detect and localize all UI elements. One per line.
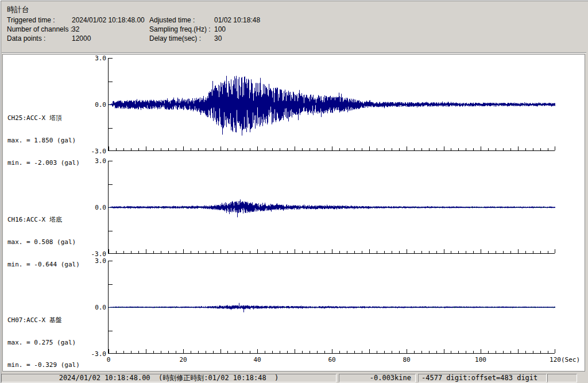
x-axis-unit-label: (Sec) bbox=[561, 356, 580, 363]
x-axis-label: 0 bbox=[99, 356, 118, 363]
data-points-label: Data points : bbox=[7, 34, 72, 43]
triggered-time-label: Triggered time : bbox=[7, 16, 72, 25]
sampling-freq-value: 100 bbox=[214, 25, 260, 34]
channel-info-ch16: CH16:ACC-X 塔底 max. = 0.508 (gal) min. = … bbox=[7, 201, 105, 283]
waveform-panel: CH25:ACC-X 塔頂 max. = 1.850 (gal) min. = … bbox=[2, 54, 585, 372]
status-bar: 2024/01/02 10:18:48.00 (時刻修正時刻:01/02 10:… bbox=[1, 373, 587, 383]
channel-min-value: min. = -0.329 (gal) bbox=[7, 361, 105, 369]
y-axis-label: 3.0 bbox=[87, 257, 106, 265]
y-axis-label: 3.0 bbox=[87, 55, 106, 62]
x-axis-label: 100 bbox=[471, 356, 490, 363]
header-panel: 時計台 Triggered time : 2024/01/02 10:18:48… bbox=[2, 2, 585, 52]
waveform-chart-ch25: 3.00.0-3.0 bbox=[108, 58, 555, 151]
adjusted-time-label: Adjusted time : bbox=[149, 16, 214, 25]
waveform-chart-ch16: 3.00.0-3.0 bbox=[108, 161, 555, 254]
waveform-chart-ch07: 3.00.0-3.0020406080100120(Sec) bbox=[108, 261, 555, 354]
delay-time-value: 30 bbox=[214, 34, 260, 43]
status-digit-offset: -4577 digit:offset=483 digit bbox=[418, 374, 547, 382]
channel-label: CH25:ACC-X 塔頂 bbox=[7, 114, 105, 122]
y-axis-label: 0.0 bbox=[87, 304, 106, 311]
waveform-canvas bbox=[109, 58, 555, 151]
waveform-canvas bbox=[109, 161, 555, 254]
channel-label: CH16:ACC-X 塔底 bbox=[7, 216, 105, 223]
status-spare bbox=[547, 374, 577, 382]
channel-label: CH07:ACC-X 基盤 bbox=[7, 316, 105, 324]
y-axis-label: -3.0 bbox=[87, 148, 106, 155]
sampling-freq-label: Sampling freq.(Hz) : bbox=[149, 25, 214, 34]
x-axis-label: 20 bbox=[173, 356, 193, 363]
channel-info-ch07: CH07:ACC-X 基盤 max. = 0.275 (gal) min. = … bbox=[7, 301, 105, 383]
channel-max-value: max. = 0.508 (gal) bbox=[7, 238, 105, 246]
delay-time-label: Delay time(sec) : bbox=[149, 34, 214, 43]
x-axis-label: 80 bbox=[397, 356, 416, 363]
page-title: 時計台 bbox=[7, 5, 29, 15]
channel-max-value: max. = 0.275 (gal) bbox=[7, 339, 105, 346]
header-info-grid: Triggered time : 2024/01/02 10:18:48.00 … bbox=[7, 16, 260, 43]
channel-max-value: max. = 1.850 (gal) bbox=[7, 137, 105, 144]
num-channels-label: Number of channels : bbox=[7, 25, 72, 34]
channel-info-ch25: CH25:ACC-X 塔頂 max. = 1.850 (gal) min. = … bbox=[7, 99, 105, 181]
waveform-canvas bbox=[109, 261, 555, 354]
header-divider bbox=[2, 52, 586, 53]
status-kine: -0.003kine bbox=[339, 374, 416, 382]
status-time: 2024/01/02 10:18:48.00 (時刻修正時刻:01/02 10:… bbox=[1, 374, 336, 382]
x-axis-label: 40 bbox=[247, 356, 267, 363]
adjusted-time-value: 01/02 10:18:48 bbox=[214, 16, 260, 25]
y-axis-label: 0.0 bbox=[87, 101, 106, 109]
x-axis-label: 60 bbox=[322, 356, 342, 363]
triggered-time-value: 2024/01/02 10:18:48.00 bbox=[72, 16, 149, 25]
num-channels-value: 32 bbox=[72, 25, 149, 34]
data-points-value: 12000 bbox=[72, 34, 149, 43]
y-axis-label: 3.0 bbox=[87, 157, 106, 165]
y-axis-label: 0.0 bbox=[87, 204, 106, 211]
